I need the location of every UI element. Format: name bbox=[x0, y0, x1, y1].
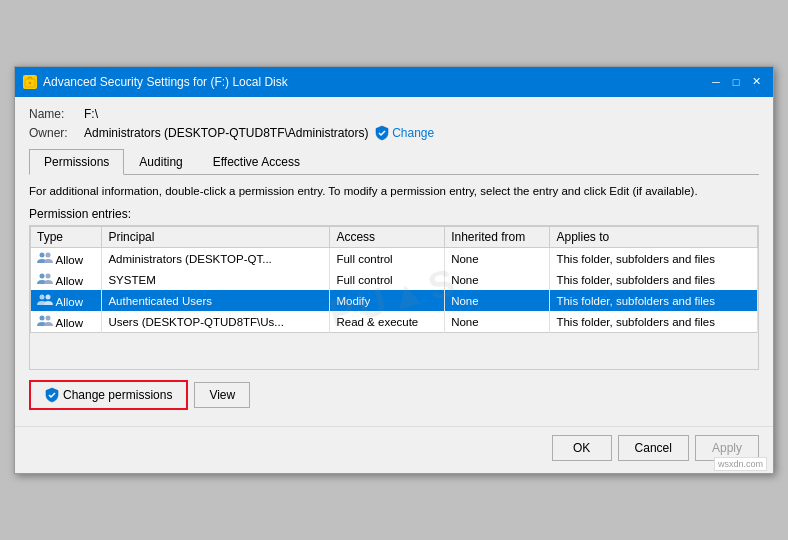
col-principal: Principal bbox=[102, 227, 330, 248]
title-bar: Advanced Security Settings for (F:) Loca… bbox=[15, 67, 773, 97]
cell-1: Modify bbox=[330, 290, 445, 311]
permission-table: Type Principal Access Inherited from App… bbox=[30, 226, 758, 333]
col-access: Access bbox=[330, 227, 445, 248]
section-label: Permission entries: bbox=[29, 207, 759, 221]
tabs-container: Permissions Auditing Effective Access bbox=[29, 149, 759, 175]
cell-0: Administrators (DESKTOP-QT... bbox=[102, 248, 330, 270]
svg-point-7 bbox=[46, 295, 51, 300]
owner-value: Administrators (DESKTOP-QTUD8TF\Administ… bbox=[84, 126, 369, 140]
cell-2: None bbox=[445, 269, 550, 290]
tab-auditing[interactable]: Auditing bbox=[124, 149, 197, 175]
cell-type: Allow bbox=[31, 269, 102, 290]
svg-point-4 bbox=[40, 274, 45, 279]
cell-1: Full control bbox=[330, 248, 445, 270]
cell-3: This folder, subfolders and files bbox=[550, 269, 758, 290]
permission-table-wrap: PU▲S Type Principal Access Inherited fro… bbox=[29, 225, 759, 370]
svg-point-9 bbox=[46, 316, 51, 321]
cell-2: None bbox=[445, 248, 550, 270]
change-permissions-label: Change permissions bbox=[63, 388, 172, 402]
table-header-row: Type Principal Access Inherited from App… bbox=[31, 227, 758, 248]
title-bar-left: Advanced Security Settings for (F:) Loca… bbox=[23, 75, 288, 89]
cell-1: Read & execute bbox=[330, 311, 445, 333]
cell-0: SYSTEM bbox=[102, 269, 330, 290]
window-inner: Name: F:\ Owner: Administrators (DESKTOP… bbox=[15, 97, 773, 473]
svg-point-6 bbox=[40, 295, 45, 300]
window-title: Advanced Security Settings for (F:) Loca… bbox=[43, 75, 288, 89]
col-type: Type bbox=[31, 227, 102, 248]
shield-icon bbox=[375, 125, 389, 141]
col-inherited: Inherited from bbox=[445, 227, 550, 248]
owner-label: Owner: bbox=[29, 126, 84, 140]
change-permissions-button[interactable]: Change permissions bbox=[29, 380, 188, 410]
cell-0: Authenticated Users bbox=[102, 290, 330, 311]
cell-3: This folder, subfolders and files bbox=[550, 311, 758, 333]
name-value: F:\ bbox=[84, 107, 98, 121]
tab-effective-access[interactable]: Effective Access bbox=[198, 149, 315, 175]
cell-0: Users (DESKTOP-QTUD8TF\Us... bbox=[102, 311, 330, 333]
cell-2: None bbox=[445, 290, 550, 311]
cell-type: Allow bbox=[31, 248, 102, 270]
watermark-badge: wsxdn.com bbox=[714, 457, 767, 471]
name-label: Name: bbox=[29, 107, 84, 121]
cell-1: Full control bbox=[330, 269, 445, 290]
view-button[interactable]: View bbox=[194, 382, 250, 408]
table-row[interactable]: AllowUsers (DESKTOP-QTUD8TF\Us...Read & … bbox=[31, 311, 758, 333]
change-owner-label: Change bbox=[392, 126, 434, 140]
change-owner-link[interactable]: Change bbox=[375, 125, 434, 141]
shield-icon-btn bbox=[45, 387, 59, 403]
cancel-button[interactable]: Cancel bbox=[618, 435, 689, 461]
close-button[interactable]: ✕ bbox=[747, 73, 765, 91]
table-row[interactable]: AllowSYSTEMFull controlNoneThis folder, … bbox=[31, 269, 758, 290]
title-bar-controls: ─ □ ✕ bbox=[707, 73, 765, 91]
cell-3: This folder, subfolders and files bbox=[550, 290, 758, 311]
cell-type: Allow bbox=[31, 290, 102, 311]
ok-button[interactable]: OK bbox=[552, 435, 612, 461]
user-icon bbox=[37, 272, 53, 285]
svg-point-1 bbox=[29, 82, 31, 84]
view-label: View bbox=[209, 388, 235, 402]
col-applies: Applies to bbox=[550, 227, 758, 248]
window-icon bbox=[23, 75, 37, 89]
name-row: Name: F:\ bbox=[29, 107, 759, 121]
window-body: Name: F:\ Owner: Administrators (DESKTOP… bbox=[15, 97, 773, 420]
svg-point-5 bbox=[46, 274, 51, 279]
user-icon bbox=[37, 314, 53, 327]
advanced-security-window: Advanced Security Settings for (F:) Loca… bbox=[14, 66, 774, 474]
description-text: For additional information, double-click… bbox=[29, 183, 759, 199]
footer-buttons: Change permissions View bbox=[29, 380, 759, 410]
svg-point-3 bbox=[46, 253, 51, 258]
cell-type: Allow bbox=[31, 311, 102, 333]
tab-permissions[interactable]: Permissions bbox=[29, 149, 124, 175]
svg-point-8 bbox=[40, 316, 45, 321]
table-row[interactable]: AllowAuthenticated UsersModifyNoneThis f… bbox=[31, 290, 758, 311]
user-icon bbox=[37, 293, 53, 306]
bottom-bar: OK Cancel Apply bbox=[15, 426, 773, 473]
owner-row: Owner: Administrators (DESKTOP-QTUD8TF\A… bbox=[29, 125, 759, 141]
minimize-button[interactable]: ─ bbox=[707, 73, 725, 91]
table-row[interactable]: AllowAdministrators (DESKTOP-QT...Full c… bbox=[31, 248, 758, 270]
user-icon bbox=[37, 251, 53, 264]
cell-2: None bbox=[445, 311, 550, 333]
cell-3: This folder, subfolders and files bbox=[550, 248, 758, 270]
maximize-button[interactable]: □ bbox=[727, 73, 745, 91]
svg-point-2 bbox=[40, 253, 45, 258]
